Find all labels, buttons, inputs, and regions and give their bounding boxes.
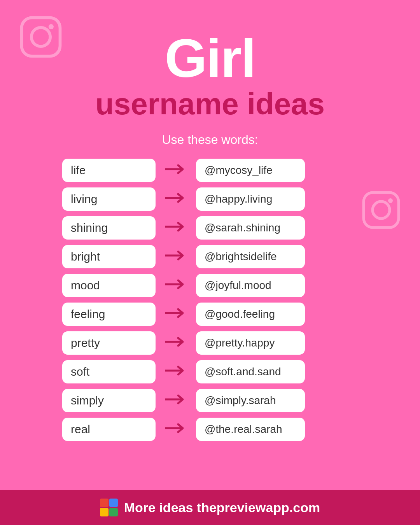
arrow-icon <box>164 191 187 207</box>
example-box: @sarah.shining <box>196 216 305 240</box>
example-box: @good.feeling <box>196 303 305 326</box>
svg-point-2 <box>49 24 54 29</box>
username-list: life @mycosy_lifeliving @happy.livingshi… <box>62 159 358 441</box>
arrow-icon <box>164 392 187 409</box>
svg-rect-3 <box>364 192 399 228</box>
svg-rect-19 <box>109 508 118 516</box>
word-box: mood <box>62 274 156 297</box>
word-box: real <box>62 418 156 441</box>
example-box: @mycosy_life <box>196 159 305 182</box>
word-box: life <box>62 159 156 182</box>
instagram-icon-topleft <box>19 16 62 58</box>
example-box: @joyful.mood <box>196 274 305 297</box>
svg-point-5 <box>388 198 393 203</box>
example-box: @happy.living <box>196 187 305 211</box>
title-girl: Girl <box>164 31 255 86</box>
list-row: shining @sarah.shining <box>62 216 358 240</box>
list-row: feeling @good.feeling <box>62 303 358 326</box>
svg-rect-16 <box>100 499 108 507</box>
footer: More ideas thepreviewapp.com <box>0 490 420 525</box>
hashtag-icon <box>100 499 118 516</box>
example-box: @pretty.happy <box>196 331 305 355</box>
svg-rect-0 <box>22 18 60 56</box>
word-box: simply <box>62 389 156 412</box>
word-box: feeling <box>62 303 156 326</box>
list-row: soft @soft.and.sand <box>62 360 358 383</box>
word-box: soft <box>62 360 156 383</box>
main-container: Girl username ideas Use these words: lif… <box>0 0 420 525</box>
svg-rect-18 <box>100 508 108 516</box>
arrow-icon <box>164 277 187 294</box>
arrow-icon <box>164 306 187 322</box>
svg-rect-17 <box>109 499 118 507</box>
svg-point-1 <box>32 28 50 46</box>
list-row: living @happy.living <box>62 187 358 211</box>
subtitle-text: Use these words: <box>162 133 258 147</box>
list-row: life @mycosy_life <box>62 159 358 182</box>
word-box: pretty <box>62 331 156 355</box>
list-row: simply @simply.sarah <box>62 389 358 412</box>
arrow-icon <box>164 162 187 178</box>
list-row: bright @brightsidelife <box>62 245 358 268</box>
list-row: real @the.real.sarah <box>62 418 358 441</box>
example-box: @soft.and.sand <box>196 360 305 383</box>
svg-point-4 <box>373 201 390 219</box>
list-row: pretty @pretty.happy <box>62 331 358 355</box>
example-box: @brightsidelife <box>196 245 305 268</box>
word-box: shining <box>62 216 156 240</box>
title-username-ideas: username ideas <box>95 88 325 121</box>
arrow-icon <box>164 248 187 265</box>
footer-text: More ideas thepreviewapp.com <box>124 500 320 515</box>
example-box: @the.real.sarah <box>196 418 305 441</box>
arrow-icon <box>164 220 187 236</box>
example-box: @simply.sarah <box>196 389 305 412</box>
arrow-icon <box>164 335 187 351</box>
arrow-icon <box>164 364 187 380</box>
instagram-icon-midright <box>362 191 401 229</box>
list-row: mood @joyful.mood <box>62 274 358 297</box>
word-box: bright <box>62 245 156 268</box>
word-box: living <box>62 187 156 211</box>
arrow-icon <box>164 421 187 438</box>
